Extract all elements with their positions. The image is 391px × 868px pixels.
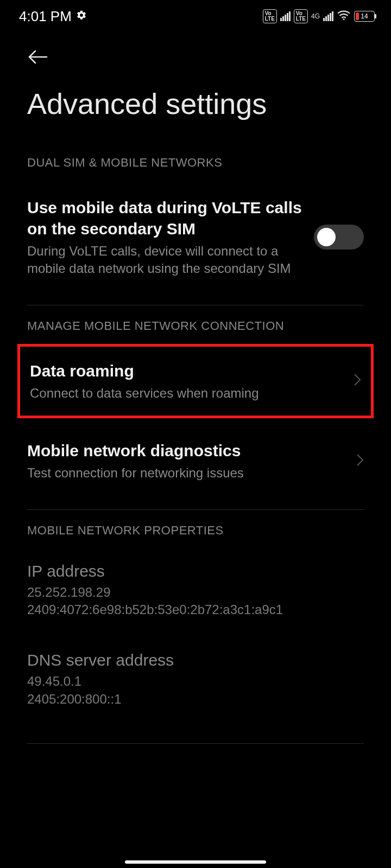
setting-subtitle: Test connection for networking issues [27, 464, 345, 482]
info-title: DNS server address [27, 651, 364, 669]
dns-v4: 49.45.0.1 [27, 673, 364, 690]
setting-text: Mobile network diagnostics Test connecti… [27, 440, 356, 482]
network-type-label: 4G [311, 13, 320, 20]
ip-v6: 2409:4072:6e98:b52b:53e0:2b72:a3c1:a9c1 [27, 601, 364, 618]
chevron-right-icon [356, 454, 364, 469]
info-dns-address: DNS server address 49.45.0.1 2405:200:80… [0, 632, 391, 722]
section-header-manage: MANAGE MOBILE NETWORK CONNECTION [0, 305, 391, 344]
setting-volte-secondary-sim[interactable]: Use mobile data during VoLTE calls on th… [0, 181, 391, 294]
back-button[interactable] [27, 49, 49, 65]
setting-subtitle: During VoLTE calls, device will connect … [27, 242, 303, 278]
volte-badge-2: VoLTE [294, 9, 308, 23]
gear-icon [76, 10, 87, 23]
toggle-knob [317, 228, 336, 246]
signal-bars-1 [280, 11, 291, 21]
setting-data-roaming[interactable]: Data roaming Connect to data services wh… [20, 347, 371, 416]
status-time: 4:01 PM [19, 8, 72, 25]
ip-v4: 25.252.198.29 [27, 584, 364, 601]
setting-title: Mobile network diagnostics [27, 440, 345, 461]
setting-text: Data roaming Connect to data services wh… [30, 360, 354, 402]
toggle-volte[interactable] [314, 225, 364, 250]
setting-title: Use mobile data during VoLTE calls on th… [27, 197, 303, 239]
battery-percent: 14 [355, 11, 374, 21]
setting-subtitle: Connect to data services when roaming [30, 385, 343, 402]
divider [27, 743, 364, 744]
home-indicator[interactable] [125, 860, 266, 864]
setting-text: Use mobile data during VoLTE calls on th… [27, 197, 314, 278]
section-header-dual-sim: DUAL SIM & MOBILE NETWORKS [0, 142, 391, 181]
dns-v6: 2405:200:800::1 [27, 691, 364, 708]
setting-title: Data roaming [30, 360, 343, 381]
info-ip-address: IP address 25.252.198.29 2409:4072:6e98:… [0, 548, 391, 633]
status-left: 4:01 PM [19, 8, 87, 25]
highlight-box: Data roaming Connect to data services wh… [17, 344, 374, 418]
setting-network-diagnostics[interactable]: Mobile network diagnostics Test connecti… [0, 418, 391, 498]
signal-bars-2 [323, 11, 333, 21]
chevron-right-icon [354, 373, 361, 388]
info-title: IP address [27, 562, 364, 580]
status-bar: 4:01 PM VoLTE VoLTE 4G 14 [0, 0, 391, 33]
page-title: Advanced settings [0, 71, 391, 142]
wifi-icon [337, 10, 351, 23]
svg-point-0 [343, 18, 344, 20]
volte-badge-1: VoLTE [263, 9, 277, 23]
section-header-properties: MOBILE NETWORK PROPERTIES [0, 510, 391, 548]
battery-icon: 14 [354, 11, 375, 22]
app-bar [0, 33, 391, 71]
status-right: VoLTE VoLTE 4G 14 [263, 9, 375, 23]
